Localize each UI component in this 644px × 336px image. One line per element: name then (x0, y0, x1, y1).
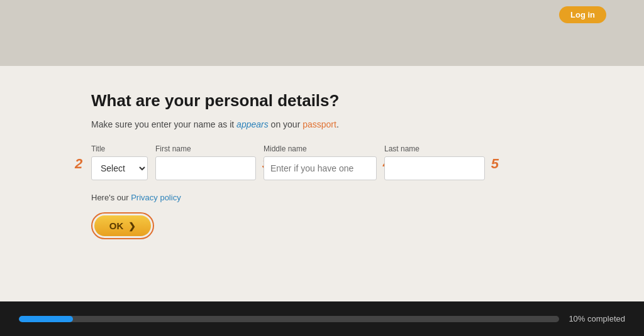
title-select[interactable]: Select Mr Mrs Ms Miss Dr (91, 156, 148, 180)
last-name-input[interactable] (384, 156, 485, 180)
bottom-bar: 10% completed (0, 301, 644, 336)
ok-arrow-icon: ❯ (128, 221, 136, 231)
step-2-badge: 2 (75, 156, 82, 172)
last-name-field-group: 5 Last name (384, 144, 485, 180)
privacy-line: Here's our Privacy policy (91, 193, 553, 202)
top-bar-content: Log in (0, 6, 644, 23)
progress-bar-fill (19, 316, 73, 322)
page-title: What are your personal details? (91, 91, 553, 111)
subtitle-appears: appears (236, 119, 269, 129)
ok-label: OK (109, 220, 124, 231)
ok-button[interactable]: OK ❯ (94, 215, 151, 236)
main-content: What are your personal details? Make sur… (0, 66, 644, 301)
privacy-policy-link[interactable]: Privacy policy (131, 193, 180, 202)
ok-button-wrapper: OK ❯ (91, 212, 154, 239)
subtitle-middle: on your (269, 119, 303, 129)
progress-bar-container (19, 316, 559, 322)
middle-name-label: Middle name (264, 144, 377, 153)
step-5-badge: 5 (491, 156, 499, 172)
login-button[interactable]: Log in (559, 6, 606, 23)
subtitle-passport: passport (303, 119, 336, 129)
subtitle-prefix: Make sure you enter your name as it (91, 119, 236, 129)
progress-label: 10% completed (569, 314, 625, 323)
last-name-label: Last name (384, 144, 485, 153)
top-bar: Log in (0, 0, 644, 66)
first-name-field-group: 3 First name (155, 144, 256, 180)
title-label: Title (91, 144, 148, 153)
first-name-input[interactable] (155, 156, 256, 180)
middle-name-field-group: 4 Middle name (264, 144, 377, 180)
title-field-group: 2 Title Select Mr Mrs Ms Miss Dr (91, 144, 148, 180)
middle-name-input[interactable] (264, 156, 377, 180)
privacy-prefix: Here's our (91, 193, 131, 202)
fields-row: 2 Title Select Mr Mrs Ms Miss Dr 3 First… (91, 144, 553, 180)
subtitle-suffix: . (336, 119, 339, 129)
first-name-label: First name (155, 144, 256, 153)
subtitle: Make sure you enter your name as it appe… (91, 119, 553, 129)
